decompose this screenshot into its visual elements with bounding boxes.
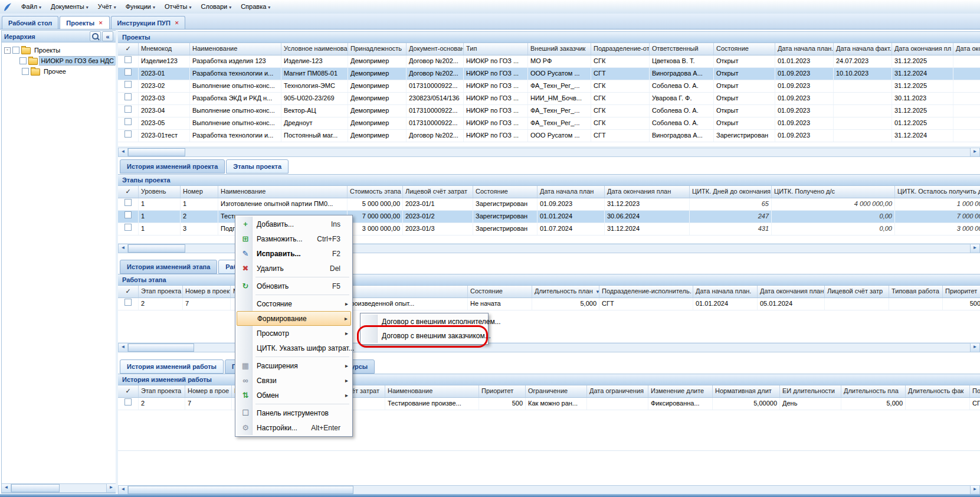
row-checkbox[interactable] [124, 199, 132, 206]
scroll-left-button[interactable]: ◄ [119, 344, 128, 352]
tree-item[interactable]: -Проекты [2, 45, 116, 55]
column-header[interactable]: Подразделение [970, 385, 980, 397]
scroll-track[interactable] [185, 148, 970, 156]
column-header[interactable]: Дата ограничения [587, 385, 648, 397]
column-header[interactable]: Наименование [218, 186, 348, 198]
column-header[interactable]: Изменение длите [648, 385, 713, 397]
column-header[interactable]: Дата окончания пл [892, 43, 953, 55]
column-header[interactable]: Стоимость этапа [348, 186, 403, 198]
row-checkbox[interactable] [124, 224, 132, 231]
menu-item[interactable]: ↻ОбновитьF5 [237, 279, 351, 293]
column-header[interactable]: Дата окончания план [758, 286, 825, 297]
column-header[interactable]: Лицевой счёт затр [825, 286, 889, 297]
document-tab[interactable]: Проекты✕ [60, 16, 109, 29]
scroll-track[interactable] [353, 486, 970, 494]
column-header[interactable]: Типовая работа [889, 286, 943, 297]
column-header[interactable]: Наименование [385, 385, 479, 397]
tree-checkbox[interactable] [22, 68, 29, 75]
scroll-right-button[interactable]: ► [970, 148, 979, 156]
column-header[interactable]: Этап проекта [139, 385, 185, 397]
column-header[interactable]: Документ-основани [407, 43, 464, 55]
filter-arrow-icon[interactable]: ▼ [595, 289, 599, 295]
column-header[interactable]: ЕИ длительности [780, 385, 841, 397]
menu-item[interactable]: Договор с внешним исполнителем... [362, 315, 487, 329]
table-row[interactable]: Изделие123Разработка изделия 123Изделие-… [118, 55, 980, 68]
row-checkbox[interactable] [124, 398, 132, 406]
table-row[interactable]: 2023-03Разработка ЭКД и РКД н...905-U020… [118, 93, 980, 105]
column-header[interactable]: Длительность пла [841, 385, 906, 397]
tree-item[interactable]: НИОКР по ГОЗ без НДС [2, 55, 116, 66]
scroll-left-button[interactable]: ◄ [119, 244, 128, 253]
row-checkbox[interactable] [124, 118, 132, 125]
table-row[interactable]: 2023-04Выполнение опытно-конс...Вектор-А… [118, 105, 980, 117]
row-checkbox[interactable] [124, 68, 132, 76]
table-row[interactable]: 2023-01тестРазработка технологии и...Пос… [118, 130, 980, 142]
scroll-left-button[interactable]: ◄ [2, 484, 11, 492]
project-subtab[interactable]: История изменений проекта [120, 159, 225, 174]
column-header[interactable]: Наименование [190, 43, 281, 55]
menubar-item[interactable]: Справка▾ [236, 1, 275, 12]
column-header[interactable]: ЦИТК. Осталось получить д/с [895, 186, 980, 198]
scroll-track[interactable] [60, 484, 106, 492]
column-header[interactable]: Ограничение [526, 385, 587, 397]
project-subtab[interactable]: Этапы проекта [226, 159, 289, 174]
column-header[interactable]: Мнемокод [139, 43, 190, 55]
scroll-left-button[interactable]: ◄ [119, 486, 128, 494]
scroll-thumb[interactable] [11, 484, 60, 492]
tree-expander-icon[interactable]: - [4, 47, 11, 54]
scroll-right-button[interactable]: ► [970, 244, 979, 253]
table-row[interactable]: 2023-02Выполнение опытно-конс...Технолог… [118, 80, 980, 93]
column-header[interactable]: Принадлежность [348, 43, 407, 55]
column-header[interactable]: Номер в прое [185, 385, 232, 397]
row-checkbox[interactable] [124, 93, 132, 100]
menu-item[interactable]: ✖УдалитьDel [237, 261, 351, 276]
menu-item[interactable]: ∞Связи▸ [237, 373, 351, 388]
tree-item[interactable]: Прочее [2, 66, 116, 77]
scroll-thumb[interactable] [128, 344, 194, 352]
column-header[interactable]: ✓ [118, 286, 139, 297]
column-header[interactable]: Тип [464, 43, 528, 55]
tree-checkbox[interactable] [12, 47, 19, 54]
scroll-right-button[interactable]: ► [970, 486, 979, 494]
collapse-panel-button[interactable]: « [102, 31, 113, 41]
row-checkbox[interactable] [124, 81, 132, 88]
menu-item[interactable]: ⚙Настройки...Alt+Enter [237, 420, 351, 435]
menu-item[interactable]: ЦИТК. Указать шифр затрат... [237, 341, 351, 355]
column-header[interactable]: Уровень [139, 186, 181, 198]
column-header[interactable]: Состояние [714, 43, 775, 55]
column-header[interactable]: Длительность план▼ [532, 286, 599, 297]
menu-item[interactable]: Договор с внешним заказчиком... [362, 329, 487, 343]
stage-subtab[interactable]: История изменений этапа [120, 260, 217, 274]
column-header[interactable]: Состояние [473, 186, 537, 198]
menubar-item[interactable]: Отчёты▾ [160, 1, 196, 12]
row-checkbox[interactable] [124, 130, 132, 138]
row-checkbox[interactable] [124, 299, 132, 306]
document-tab[interactable]: Инструкции ПУП✕ [111, 16, 186, 29]
column-header[interactable]: Дата окончания план [605, 186, 690, 198]
column-header[interactable]: Дата начала план. [775, 43, 834, 55]
row-checkbox[interactable] [124, 56, 132, 63]
column-header[interactable]: Лицевой счёт затрат [403, 186, 473, 198]
close-icon[interactable]: ✕ [175, 20, 179, 26]
column-header[interactable]: Приоритет [943, 286, 980, 297]
menu-item[interactable]: ▦Расширения▸ [237, 358, 351, 373]
row-checkbox[interactable] [124, 106, 132, 113]
column-header[interactable]: Внешний заказчик [528, 43, 591, 55]
menu-item[interactable]: ☐Панель инструментов [237, 406, 351, 420]
menubar-item[interactable]: Учёт▾ [93, 1, 121, 12]
column-header[interactable]: Дата оконча [953, 43, 980, 55]
menu-item[interactable]: Формирование▸ [237, 311, 351, 326]
column-header[interactable]: Номер [181, 186, 218, 198]
close-icon[interactable]: ✕ [99, 20, 103, 26]
column-header[interactable]: ✓ [118, 43, 139, 55]
find-button[interactable] [90, 31, 101, 41]
scroll-right-button[interactable]: ► [970, 344, 979, 352]
scroll-thumb[interactable] [128, 148, 185, 156]
menubar-item[interactable]: Документы▾ [46, 1, 93, 12]
work-subtab[interactable]: История изменений работы [120, 359, 224, 374]
document-tab[interactable]: Рабочий стол [2, 16, 58, 29]
menu-item[interactable]: ⇅Обмен▸ [237, 388, 351, 403]
column-header[interactable]: Дата начала план. [693, 286, 758, 297]
table-row[interactable]: 2023-01Разработка технологии и...Магнит … [118, 68, 980, 80]
column-header[interactable]: Номер в проект [183, 286, 231, 297]
